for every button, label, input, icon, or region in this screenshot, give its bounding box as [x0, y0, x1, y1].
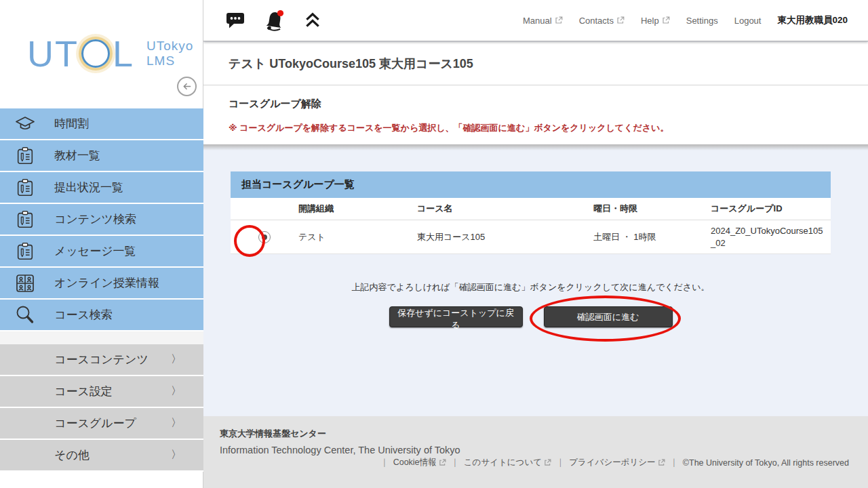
external-link-icon — [439, 459, 446, 466]
messages-bubble-icon[interactable] — [225, 11, 245, 30]
graduation-cap-icon — [14, 113, 37, 136]
footer-separator: ｜ — [556, 457, 564, 468]
sidebar-item-label: コース設定 — [54, 384, 113, 399]
sidebar-collapse-button[interactable] — [177, 77, 197, 96]
footer-links: ｜ Cookie情報 ｜ このサイトについて ｜ プライバシーポリシー ｜ ©T… — [380, 457, 849, 468]
sidebar-item-label: コース検索 — [54, 307, 113, 323]
footer-separator: ｜ — [451, 457, 459, 468]
sidebar-item-course-search[interactable]: コース検索 — [0, 300, 203, 331]
logo-text: UTL — [27, 35, 134, 72]
logo-subtext: UTokyoLMS — [146, 39, 193, 68]
sidebar-item-label: コースグループ — [54, 415, 136, 431]
footer-separator: ｜ — [670, 457, 678, 468]
back-to-course-top-button[interactable]: 保存せずにコーストップに戻る — [389, 306, 523, 327]
column-header-org: 開講組織 — [298, 203, 417, 215]
about-site-link[interactable]: このサイトについて — [464, 457, 551, 468]
sidebar-item-others[interactable]: その他 〉 — [0, 440, 203, 472]
footer: 東京大学情報基盤センター Information Technology Cent… — [203, 416, 868, 488]
nav-manual-link[interactable]: Manual — [523, 16, 563, 26]
footer-separator: ｜ — [380, 457, 388, 468]
sidebar-section-divider — [0, 331, 203, 344]
logo-ring-icon — [81, 39, 110, 68]
column-header-course: コース名 — [417, 203, 593, 215]
sidebar-item-course-group[interactable]: コースグループ 〉 — [0, 408, 203, 440]
arrow-left-icon — [181, 81, 193, 92]
sidebar-item-course-contents[interactable]: コースコンテンツ 〉 — [0, 344, 203, 376]
clipboard-icon — [14, 176, 37, 199]
course-select-radio[interactable] — [258, 231, 271, 243]
sidebar-item-course-settings[interactable]: コース設定 〉 — [0, 376, 203, 408]
external-link-icon — [658, 459, 665, 466]
user-name: 東大用教職員020 — [777, 14, 848, 26]
external-link-icon — [544, 459, 551, 466]
footer-link-label: プライバシーポリシー — [569, 457, 655, 468]
table-title: 担当コースグループ一覧 — [231, 171, 831, 198]
sidebar-item-label: コースコンテンツ — [54, 352, 149, 367]
cell-group-id: 2024_Z0_UTokyoCourse105_02 — [711, 221, 831, 253]
external-link-icon — [662, 16, 670, 24]
sidebar-item-label: その他 — [54, 447, 90, 463]
section-band: コースグループ解除 ※ コースグループを解除するコースを一覧から選択し、「確認画… — [203, 85, 868, 144]
sidebar-item-online-class-info[interactable]: オンライン授業情報 — [0, 268, 203, 300]
clipboard-icon — [14, 240, 37, 263]
cell-org: テスト — [298, 231, 417, 243]
notifications-bell-icon[interactable] — [263, 9, 286, 32]
footer-org-en: Information Technology Center, The Unive… — [220, 445, 868, 455]
header-icons — [225, 9, 321, 32]
nav-label: Settings — [686, 16, 718, 26]
sidebar-item-label: 時間割 — [54, 116, 89, 131]
table-row: テスト 東大用コース105 土曜日 ・ 1時限 2024_Z0_UTokyoCo… — [231, 220, 831, 254]
cell-daytime: 土曜日 ・ 1時限 — [593, 231, 711, 243]
chevron-right-icon: 〉 — [171, 352, 182, 367]
cell-course: 東大用コース105 — [417, 231, 593, 243]
course-title-band: テスト UTokyoCourse105 東大用コース105 — [203, 42, 868, 85]
top-header: Manual Contacts Help Settings Logout 東大用… — [203, 0, 868, 41]
utol-logo[interactable]: UTL UTokyoLMS — [27, 35, 193, 72]
nav-label: Help — [641, 16, 659, 26]
utol-lms-screen: UTL UTokyoLMS 時間割 — [0, 0, 868, 488]
sidebar-item-submissions[interactable]: 提出状況一覧 — [0, 172, 203, 204]
clipboard-icon — [14, 208, 37, 231]
section-title: コースグループ解除 — [229, 98, 868, 110]
nav-contacts-link[interactable]: Contacts — [579, 16, 625, 26]
sidebar-menu: 時間割 教材一覧 提出状況一覧 コンテンツ検索 — [0, 108, 203, 472]
footer-org-ja: 東京大学情報基盤センター — [220, 428, 868, 440]
band-shadow — [203, 144, 868, 150]
nav-help-link[interactable]: Help — [641, 16, 670, 26]
nav-label: Contacts — [579, 16, 614, 26]
sidebar-item-timetable[interactable]: 時間割 — [0, 108, 203, 140]
sidebar: UTL UTokyoLMS 時間割 — [0, 0, 203, 488]
chevron-right-icon: 〉 — [171, 448, 182, 462]
search-icon — [14, 304, 37, 327]
notice-text: ※ コースグループを解除するコースを一覧から選択し、「確認画面に進む」ボタンをク… — [229, 122, 868, 134]
sidebar-item-content-search[interactable]: コンテンツ検索 — [0, 204, 203, 236]
radio-cell — [231, 231, 298, 243]
header-nav: Manual Contacts Help Settings Logout 東大用… — [523, 14, 868, 26]
online-class-icon — [14, 272, 37, 295]
chevron-right-icon: 〉 — [171, 384, 182, 399]
sidebar-item-messages[interactable]: メッセージ一覧 — [0, 236, 203, 268]
clipboard-icon — [14, 144, 37, 167]
footer-link-label: このサイトについて — [464, 457, 542, 468]
nav-settings-link[interactable]: Settings — [686, 16, 718, 26]
sidebar-item-label: オンライン授業情報 — [54, 275, 159, 291]
sidebar-item-materials[interactable]: 教材一覧 — [0, 140, 203, 172]
column-header-group-id: コースグループID — [711, 203, 831, 215]
radio-dot — [262, 235, 267, 240]
sidebar-item-label: 教材一覧 — [54, 148, 100, 163]
nav-label: Logout — [734, 16, 762, 26]
footer-copyright: ©The University of Tokyo, All rights res… — [683, 458, 849, 468]
action-buttons: 保存せずにコーストップに戻る 確認画面に進む — [231, 306, 831, 327]
cookie-info-link[interactable]: Cookie情報 — [393, 457, 446, 468]
logo-area: UTL UTokyoLMS — [0, 0, 203, 108]
footer-link-label: Cookie情報 — [393, 457, 437, 468]
nav-logout-link[interactable]: Logout — [734, 16, 762, 26]
proceed-to-confirmation-button[interactable]: 確認画面に進む — [544, 306, 673, 327]
external-link-icon — [555, 16, 563, 24]
privacy-policy-link[interactable]: プライバシーポリシー — [569, 457, 665, 468]
column-header-daytime: 曜日・時限 — [593, 203, 711, 215]
external-link-icon — [616, 16, 625, 24]
sidebar-item-label: コンテンツ検索 — [54, 211, 136, 227]
confirm-instruction: 上記内容でよろしければ「確認画面に進む」ボタンをクリックして次に進んでください。 — [231, 281, 831, 293]
collapse-double-chevron-up-icon[interactable] — [304, 12, 321, 29]
